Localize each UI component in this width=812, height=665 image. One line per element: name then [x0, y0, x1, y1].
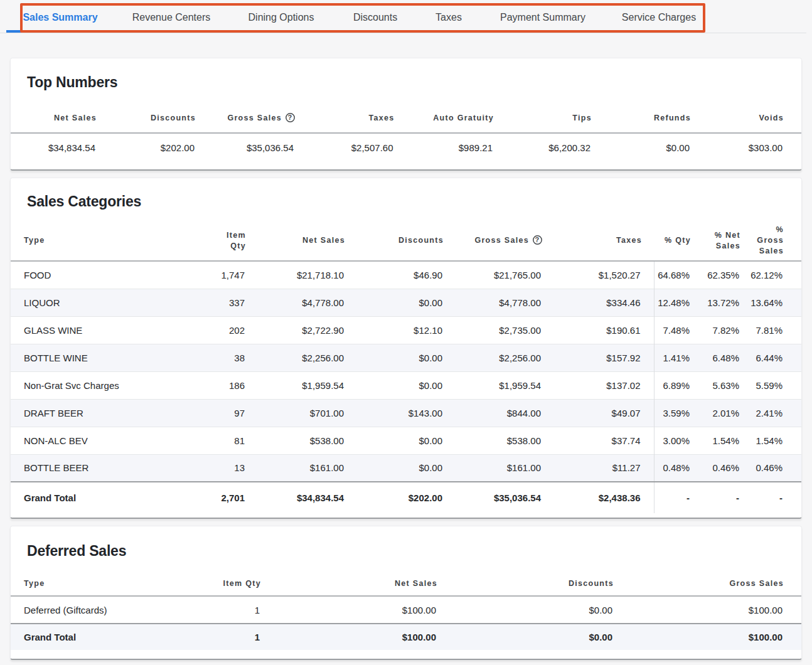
- svg-text:?: ?: [287, 114, 292, 121]
- svg-text:?: ?: [535, 236, 540, 243]
